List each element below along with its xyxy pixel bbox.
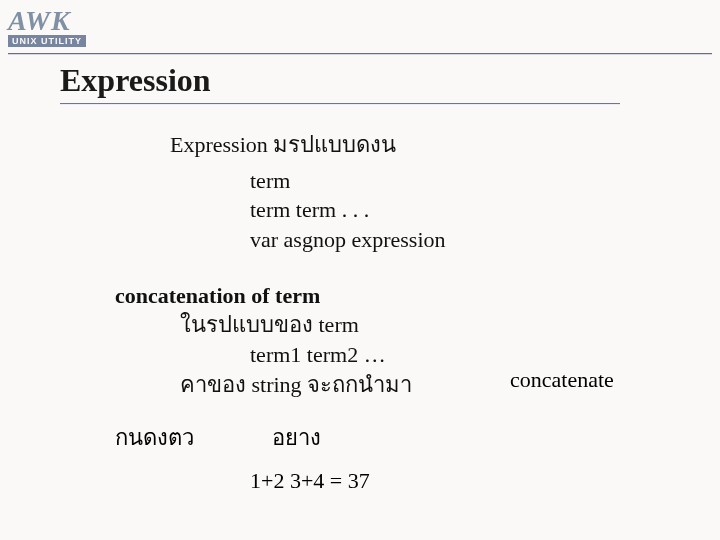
logo-subtitle: UNIX UTILITY (8, 35, 86, 47)
header-rule (8, 53, 712, 55)
logo-main: AWK (8, 8, 71, 33)
page-title: Expression (60, 62, 620, 101)
footer-row: กนดงตว อยาง (115, 420, 321, 455)
example-value: 1+2 3+4 = 37 (250, 468, 370, 494)
syntax-block: term term term . . . var asgnop expressi… (250, 166, 680, 255)
concat-heading: concatenation of term (115, 281, 680, 311)
footer-left: กนดงตว (115, 420, 194, 455)
concat-right-word: concatenate (510, 367, 614, 393)
concat-line-1: ในรปแบบของ term (180, 310, 680, 340)
logo-block: AWK UNIX UTILITY (8, 8, 86, 47)
content-area: Expression มรปแบบดงน term term term . . … (60, 130, 680, 400)
concat-line-2: term1 term2 … (250, 340, 680, 370)
syntax-line-3: var asgnop expression (250, 225, 680, 255)
title-underline (60, 103, 620, 105)
footer-right: อยาง (272, 420, 321, 455)
syntax-line-1: term (250, 166, 680, 196)
title-block: Expression (60, 62, 620, 105)
intro-line: Expression มรปแบบดงน (170, 130, 680, 160)
syntax-line-2: term term . . . (250, 195, 680, 225)
